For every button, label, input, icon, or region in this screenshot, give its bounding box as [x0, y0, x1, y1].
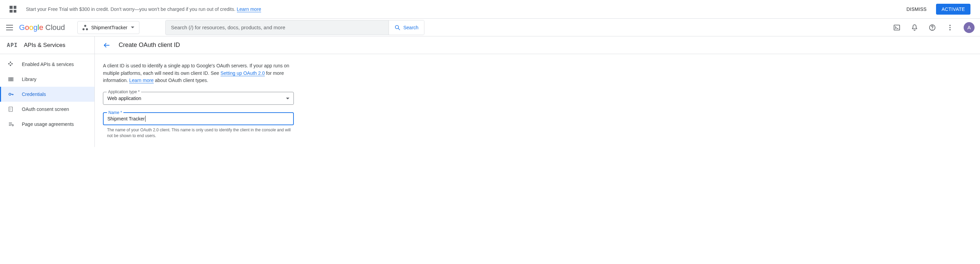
sidebar-item-label: Credentials [22, 92, 46, 97]
sidebar: API APIs & Services Enabled APIs & servi… [0, 36, 95, 147]
application-type-label: Application type * [107, 90, 141, 94]
name-hint: The name of your OAuth 2.0 client. This … [103, 127, 294, 139]
text-cursor [145, 116, 146, 122]
api-icon: API [7, 42, 18, 48]
setup-oauth-link[interactable]: Setting up OAuth 2.0 [221, 70, 265, 76]
help-icon[interactable] [928, 24, 936, 32]
more-menu-icon[interactable] [946, 24, 954, 32]
sidebar-item-credentials[interactable]: Credentials [0, 87, 94, 102]
svg-point-13 [9, 93, 11, 95]
sidebar-item-label: Library [22, 77, 37, 82]
sidebar-item-label: OAuth consent screen [22, 106, 69, 112]
library-icon [8, 76, 14, 83]
svg-rect-10 [10, 77, 11, 81]
svg-point-5 [932, 28, 932, 29]
back-button[interactable] [103, 41, 110, 49]
svg-line-1 [398, 28, 400, 30]
sidebar-item-oauth-consent[interactable]: OAuth consent screen [0, 102, 94, 117]
arrow-left-icon [103, 41, 110, 49]
activate-button[interactable]: ACTIVATE [936, 4, 970, 15]
hamburger-menu-button[interactable] [5, 24, 14, 32]
utility-icons: A [893, 22, 975, 33]
sidebar-item-enabled-apis[interactable]: Enabled APIs & services [0, 57, 94, 72]
project-icon [83, 25, 88, 30]
sidebar-item-library[interactable]: Library [0, 72, 94, 87]
chevron-down-icon [131, 27, 134, 28]
consent-icon [8, 106, 14, 112]
search-button[interactable]: Search [388, 21, 424, 35]
search-input[interactable] [165, 21, 389, 35]
svg-point-8 [949, 29, 951, 30]
free-trial-banner: Start your Free Trial with $300 in credi… [0, 0, 980, 19]
search-icon [395, 24, 401, 31]
name-input-container: Name * Shipment Tracker [103, 112, 294, 125]
page-description: A client ID is used to identify a single… [103, 62, 294, 84]
top-bar: Google Cloud ShipmentTracker Search A [0, 19, 980, 36]
learn-more-oauth-link[interactable]: Learn more [129, 77, 154, 83]
google-cloud-logo[interactable]: Google Cloud [19, 23, 65, 32]
application-type-value: Web application [107, 96, 286, 101]
sidebar-item-page-usage-agreements[interactable]: Page usage agreements [0, 117, 94, 132]
name-input[interactable]: Shipment Tracker [107, 116, 145, 122]
chevron-down-icon [286, 98, 290, 100]
svg-rect-2 [894, 25, 900, 30]
page-title: Create OAuth client ID [119, 41, 180, 49]
name-label: Name * [107, 110, 123, 115]
application-type-select[interactable]: Application type * Web application [103, 92, 294, 105]
agreements-icon [8, 121, 14, 128]
svg-rect-11 [11, 77, 12, 81]
sidebar-header[interactable]: API APIs & Services [0, 36, 94, 54]
svg-rect-12 [13, 77, 13, 81]
gift-icon [10, 6, 16, 13]
project-selector[interactable]: ShipmentTracker [77, 21, 139, 34]
dismiss-button[interactable]: DISMISS [902, 4, 931, 15]
account-avatar[interactable]: A [964, 22, 975, 33]
search-bar: Search [165, 20, 425, 35]
diamond-icon [8, 61, 14, 68]
notifications-icon[interactable] [910, 24, 919, 32]
trial-learn-more-link[interactable]: Learn more [237, 6, 261, 12]
page-header: Create OAuth client ID [95, 36, 980, 54]
svg-point-7 [949, 27, 951, 28]
svg-rect-9 [8, 77, 9, 81]
project-name: ShipmentTracker [91, 25, 127, 30]
key-icon [8, 91, 14, 98]
main-content: Create OAuth client ID A client ID is us… [95, 36, 980, 147]
sidebar-section-title: APIs & Services [24, 42, 65, 49]
sidebar-item-label: Enabled APIs & services [22, 62, 74, 67]
cloud-shell-icon[interactable] [893, 24, 901, 32]
trial-text: Start your Free Trial with $300 in credi… [26, 6, 261, 12]
svg-point-6 [949, 24, 951, 26]
sidebar-item-label: Page usage agreements [22, 122, 74, 127]
